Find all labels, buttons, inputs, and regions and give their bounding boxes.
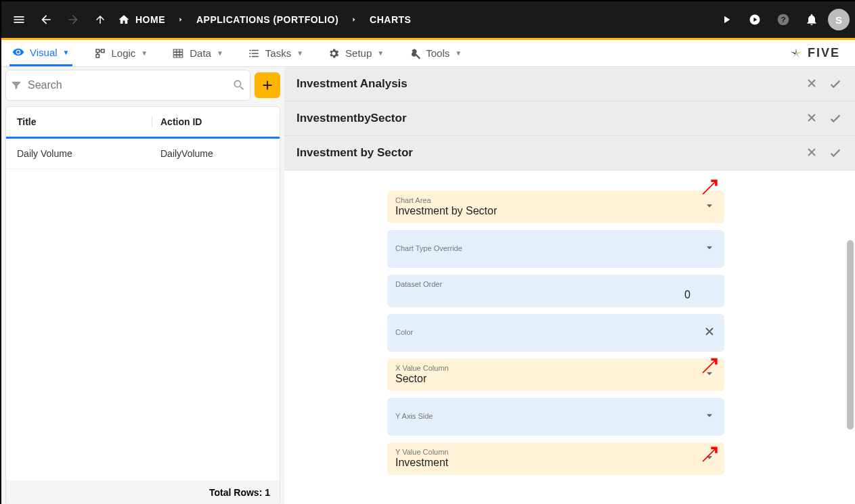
debug-button[interactable] bbox=[743, 7, 767, 32]
dropdown-icon: ▼ bbox=[377, 49, 384, 57]
field-value: 0 bbox=[395, 289, 716, 301]
top-bar-left: HOME APPLICATIONS (PORTFOLIO) CHARTS bbox=[7, 7, 411, 32]
section-title: Investment Analysis bbox=[297, 77, 408, 91]
breadcrumb-applications[interactable]: APPLICATIONS (PORTFOLIO) bbox=[196, 14, 338, 25]
dropdown-icon: ▼ bbox=[63, 49, 70, 56]
search-input[interactable] bbox=[28, 79, 227, 91]
forward-button bbox=[61, 7, 85, 32]
check-icon[interactable] bbox=[828, 76, 843, 91]
row-title: Daily Volume bbox=[17, 148, 152, 159]
field-y-value-column[interactable]: Y Value Column Investment bbox=[387, 442, 724, 475]
field-label: Y Axis Side bbox=[395, 412, 716, 420]
filter-icon[interactable] bbox=[10, 79, 22, 91]
detail-panel: Investment Analysis InvestmentbySector I… bbox=[284, 67, 855, 504]
form-area: Chart Area Investment by Sector Chart Ty… bbox=[284, 170, 855, 504]
field-x-value-column[interactable]: X Value Column Sector bbox=[387, 359, 724, 391]
tab-visual-label: Visual bbox=[30, 47, 58, 58]
field-color[interactable]: Color bbox=[387, 314, 724, 352]
field-value: Investment bbox=[395, 457, 716, 469]
scrollbar[interactable] bbox=[847, 240, 854, 430]
section-investment-analysis[interactable]: Investment Analysis bbox=[284, 67, 855, 101]
table-header: Title Action ID bbox=[6, 107, 280, 139]
search-row bbox=[5, 70, 250, 101]
tab-tasks[interactable]: Tasks ▼ bbox=[245, 40, 306, 66]
list-table: Title Action ID Daily Volume DailyVolume… bbox=[5, 106, 280, 504]
column-action-id[interactable]: Action ID bbox=[152, 116, 269, 127]
run-button[interactable] bbox=[714, 7, 739, 32]
logo: FIVE bbox=[789, 46, 847, 61]
column-title[interactable]: Title bbox=[17, 116, 152, 127]
dropdown-icon: ▼ bbox=[217, 49, 223, 57]
breadcrumb-charts-label: CHARTS bbox=[370, 14, 411, 25]
main-area: Title Action ID Daily Volume DailyVolume… bbox=[1, 67, 855, 504]
field-y-axis-side[interactable]: Y Axis Side bbox=[387, 398, 724, 436]
close-icon[interactable] bbox=[805, 145, 818, 159]
field-label: Chart Area bbox=[395, 196, 716, 204]
field-chart-type-override[interactable]: Chart Type Override bbox=[387, 230, 724, 268]
avatar-letter: S bbox=[835, 14, 842, 26]
tab-bar: Visual ▼ Logic ▼ Data ▼ Tasks ▼ Setup ▼ … bbox=[1, 40, 855, 67]
section-investmentbysector[interactable]: InvestmentbySector bbox=[284, 101, 855, 136]
row-action-id: DailyVolume bbox=[152, 148, 269, 159]
field-value: Investment by Sector bbox=[395, 205, 716, 217]
tab-tools[interactable]: Tools ▼ bbox=[405, 40, 464, 66]
field-chart-area[interactable]: Chart Area Investment by Sector bbox=[387, 191, 724, 223]
field-label: Color bbox=[395, 328, 716, 336]
top-bar-right: ? S bbox=[714, 7, 850, 32]
breadcrumb: HOME APPLICATIONS (PORTFOLIO) CHARTS bbox=[118, 14, 411, 26]
check-icon[interactable] bbox=[828, 111, 843, 126]
logo-text: FIVE bbox=[808, 46, 840, 60]
breadcrumb-applications-label: APPLICATIONS (PORTFOLIO) bbox=[196, 14, 338, 25]
up-button[interactable] bbox=[88, 7, 112, 32]
tab-visual[interactable]: Visual ▼ bbox=[9, 40, 72, 66]
avatar[interactable]: S bbox=[828, 9, 850, 30]
chevron-right-icon bbox=[351, 14, 357, 25]
table-row[interactable]: Daily Volume DailyVolume bbox=[6, 139, 280, 169]
svg-text:?: ? bbox=[781, 15, 785, 24]
chevron-down-icon[interactable] bbox=[703, 367, 716, 383]
chevron-down-icon[interactable] bbox=[703, 199, 716, 215]
section-title: InvestmentbySector bbox=[297, 112, 407, 125]
chevron-down-icon[interactable] bbox=[703, 451, 716, 467]
close-icon[interactable] bbox=[805, 111, 818, 124]
chevron-right-icon bbox=[177, 14, 184, 25]
field-label: Chart Type Override bbox=[395, 244, 716, 252]
tab-setup-label: Setup bbox=[345, 47, 372, 59]
breadcrumb-charts[interactable]: CHARTS bbox=[370, 14, 411, 25]
check-icon[interactable] bbox=[828, 145, 843, 160]
menu-button[interactable] bbox=[7, 7, 31, 32]
tab-tasks-label: Tasks bbox=[265, 47, 291, 59]
breadcrumb-home-label: HOME bbox=[135, 14, 165, 25]
breadcrumb-home[interactable]: HOME bbox=[118, 14, 165, 26]
tab-data-label: Data bbox=[190, 47, 211, 59]
chevron-down-icon[interactable] bbox=[703, 241, 716, 257]
field-label: X Value Column bbox=[395, 364, 716, 372]
tab-setup[interactable]: Setup ▼ bbox=[325, 40, 387, 66]
dropdown-icon: ▼ bbox=[455, 49, 462, 57]
dropdown-icon: ▼ bbox=[297, 49, 303, 57]
back-button[interactable] bbox=[34, 7, 58, 32]
section-investment-by-sector[interactable]: Investment by Sector bbox=[284, 136, 855, 170]
close-icon[interactable] bbox=[805, 76, 818, 90]
field-label: Y Value Column bbox=[395, 448, 716, 456]
top-bar: HOME APPLICATIONS (PORTFOLIO) CHARTS ? bbox=[1, 1, 855, 38]
help-button[interactable]: ? bbox=[771, 7, 795, 32]
notifications-button[interactable] bbox=[799, 7, 824, 32]
search-icon[interactable] bbox=[232, 78, 246, 92]
tab-logic[interactable]: Logic ▼ bbox=[91, 40, 151, 66]
tab-logic-label: Logic bbox=[112, 47, 136, 59]
chevron-down-icon[interactable] bbox=[703, 409, 716, 425]
logo-icon bbox=[789, 46, 804, 61]
add-button[interactable] bbox=[255, 72, 280, 98]
side-panel: Title Action ID Daily Volume DailyVolume… bbox=[1, 67, 284, 504]
field-value: Sector bbox=[395, 373, 716, 385]
footer-label: Total Rows: bbox=[209, 487, 262, 498]
tab-data[interactable]: Data ▼ bbox=[169, 40, 226, 66]
field-dataset-order[interactable]: Dataset Order 0 bbox=[387, 275, 724, 307]
plus-icon bbox=[260, 78, 275, 93]
tab-tools-label: Tools bbox=[426, 47, 450, 59]
clear-icon[interactable] bbox=[703, 325, 716, 341]
dropdown-icon: ▼ bbox=[141, 49, 148, 57]
table-footer: Total Rows: 1 bbox=[6, 480, 280, 504]
section-title: Investment by Sector bbox=[297, 146, 413, 160]
